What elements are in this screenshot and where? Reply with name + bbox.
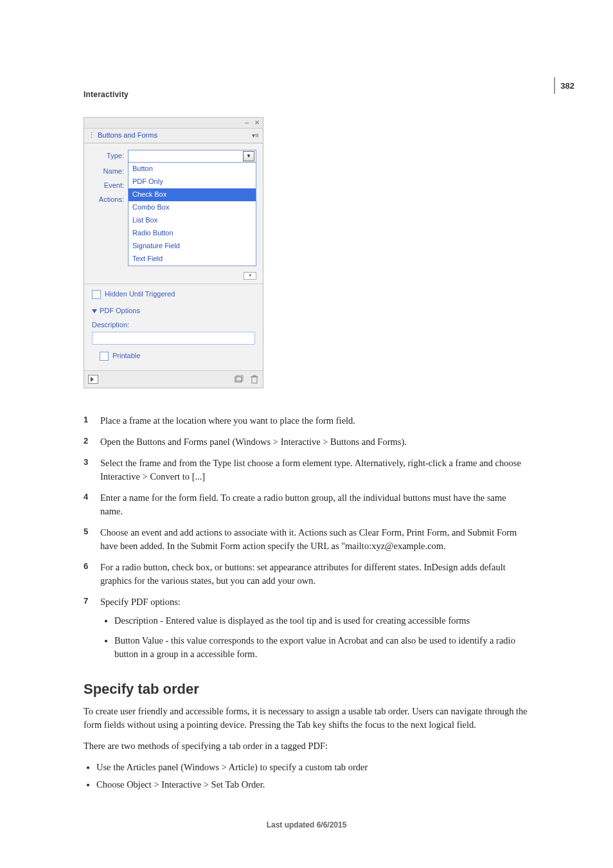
panel-tab-row: ⋮ Buttons and Forms ▾≡ [84, 129, 263, 143]
step-5: Choose an event and add actions to assoc… [84, 526, 529, 553]
panel-tab[interactable]: ⋮ Buttons and Forms [88, 131, 157, 141]
panel-titlebar: ↔ ✕ [84, 118, 263, 129]
hidden-until-triggered-row[interactable]: Hidden Until Triggered [92, 289, 256, 300]
event-label: Event: [91, 181, 128, 191]
tab-grip-icon: ⋮ [88, 131, 95, 141]
tab-order-paragraph-2: There are two methods of specifying a ta… [84, 739, 529, 753]
panel-menu-icon[interactable]: ▾≡ [252, 131, 259, 141]
panel-figure: ↔ ✕ ⋮ Buttons and Forms ▾≡ Type: [84, 117, 529, 388]
triangle-down-icon [92, 309, 97, 313]
running-header: Interactivity [84, 90, 529, 99]
panel-tab-label: Buttons and Forms [98, 131, 157, 141]
heading-specify-tab-order: Specify tab order [84, 679, 529, 700]
pdf-options-header[interactable]: PDF Options [92, 306, 256, 316]
description-label: Description: [92, 320, 256, 330]
pdf-options-label: PDF Options [100, 306, 140, 316]
dropdown-item-combobox[interactable]: Combo Box [129, 201, 256, 214]
close-icon[interactable]: ✕ [254, 120, 260, 126]
type-row: Type: ▼ Button PDF Only Check Box Combo … [91, 150, 256, 163]
svg-rect-2 [252, 377, 257, 383]
printable-label: Printable [112, 351, 140, 361]
dropdown-item-checkbox[interactable]: Check Box [129, 188, 256, 201]
sub-button-value: Button Value - this value corresponds to… [114, 634, 529, 661]
last-updated-footer: Last updated 6/6/2015 [0, 820, 613, 829]
step-4: Enter a name for the form field. To crea… [84, 491, 529, 518]
document-page: 382 Interactivity ↔ ✕ ⋮ Buttons and Form… [0, 0, 613, 868]
type-dropdown-list: Button PDF Only Check Box Combo Box List… [128, 162, 256, 266]
footer-right [235, 375, 259, 384]
type-dropdown-field[interactable]: ▼ [128, 150, 256, 163]
step-7-text: Specify PDF options: [100, 597, 181, 607]
panel-body: Type: ▼ Button PDF Only Check Box Combo … [84, 143, 263, 370]
instruction-steps: Place a frame at the location where you … [84, 414, 529, 661]
hidden-label: Hidden Until Triggered [105, 289, 175, 300]
dropdown-item-signature[interactable]: Signature Field [129, 240, 256, 253]
small-dropdown-icon[interactable]: ▾ [244, 272, 256, 280]
description-input[interactable] [92, 332, 255, 345]
tab-method-articles: Use the Articles panel (Windows > Articl… [96, 761, 529, 774]
tab-method-set-tab-order: Choose Object > Interactive > Set Tab Or… [96, 778, 529, 791]
dropdown-item-listbox[interactable]: List Box [129, 214, 256, 227]
dropdown-item-button[interactable]: Button [129, 163, 256, 176]
tab-order-methods: Use the Articles panel (Windows > Articl… [96, 761, 529, 791]
trash-icon[interactable] [250, 375, 259, 384]
dropdown-item-radiobutton[interactable]: Radio Button [129, 227, 256, 240]
printable-row[interactable]: Printable [100, 351, 256, 361]
preview-icon[interactable] [88, 375, 98, 384]
dropdown-item-textfield[interactable]: Text Field [129, 253, 256, 266]
collapse-icon[interactable]: ↔ [244, 120, 250, 126]
step-2: Open the Buttons and Forms panel (Window… [84, 435, 529, 449]
svg-rect-4 [253, 375, 256, 377]
pdf-options-sublist: Description - Entered value is displayed… [114, 614, 529, 661]
dropdown-section-head: PDF Only [129, 176, 256, 188]
printable-checkbox[interactable] [100, 352, 109, 361]
name-label: Name: [91, 167, 128, 177]
step-1: Place a frame at the location where you … [84, 414, 529, 428]
step-6: For a radio button, check box, or button… [84, 561, 529, 588]
convert-icon[interactable] [235, 375, 244, 384]
step-7: Specify PDF options: Description - Enter… [84, 595, 529, 661]
panel-footer [84, 370, 263, 388]
hidden-checkbox[interactable] [92, 290, 101, 299]
actions-label: Actions: [91, 195, 128, 205]
buttons-forms-panel: ↔ ✕ ⋮ Buttons and Forms ▾≡ Type: [84, 117, 263, 388]
chevron-down-icon[interactable]: ▼ [243, 151, 254, 161]
type-label: Type: [91, 151, 128, 161]
type-dropdown[interactable]: ▼ Button PDF Only Check Box Combo Box Li… [128, 150, 256, 163]
page-number: 382 [560, 81, 574, 91]
main-content: ↔ ✕ ⋮ Buttons and Forms ▾≡ Type: [84, 117, 529, 791]
tab-order-paragraph-1: To create user friendly and accessible f… [84, 705, 529, 732]
sub-description: Description - Entered value is displayed… [114, 614, 529, 628]
page-number-box: 382 [554, 77, 574, 94]
step-3: Select the frame and from the Type list … [84, 457, 529, 484]
divider [84, 284, 263, 284]
